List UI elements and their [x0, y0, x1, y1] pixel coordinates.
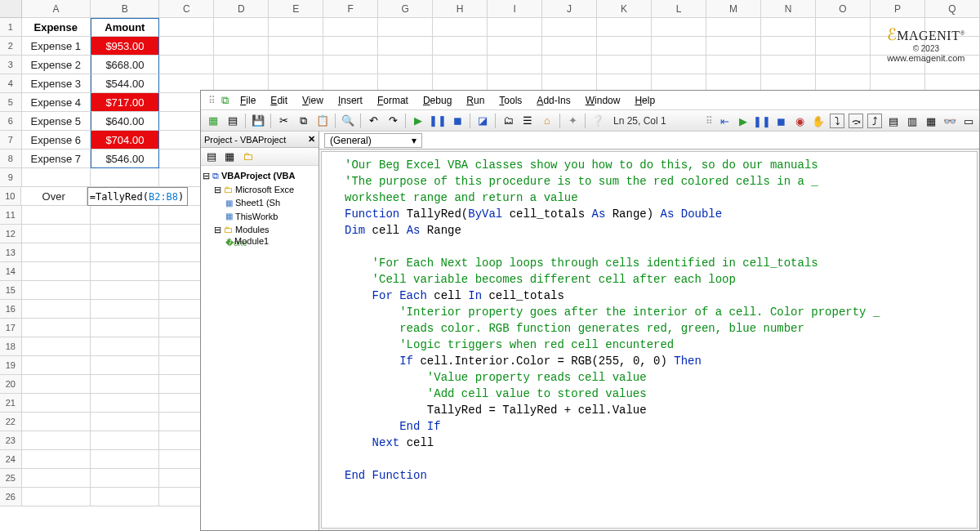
cell-E2[interactable] — [269, 37, 323, 56]
cell-J2[interactable] — [542, 37, 597, 56]
cell-I3[interactable] — [488, 56, 542, 74]
cell-B12[interactable] — [91, 225, 159, 243]
row-header-22[interactable]: 22 — [0, 413, 22, 431]
project-explorer-icon[interactable]: 🗂 — [501, 114, 515, 128]
cell-G1[interactable] — [378, 18, 433, 37]
cell-F2[interactable] — [323, 37, 378, 56]
menu-edit[interactable]: Edit — [264, 93, 294, 108]
cell-A7[interactable]: Expense 6 — [22, 131, 91, 149]
cell-H2[interactable] — [433, 37, 488, 56]
cell-O3[interactable] — [816, 56, 871, 74]
object-browser-icon[interactable]: ⌂ — [540, 114, 555, 128]
column-header-N[interactable]: N — [761, 0, 816, 18]
indent-icon[interactable]: ⇤ — [717, 114, 732, 128]
toolbox-icon[interactable]: ✦ — [565, 114, 580, 128]
row-header-26[interactable]: 26 — [0, 488, 22, 506]
locals-icon[interactable]: ▤ — [886, 114, 901, 128]
cell-B6[interactable]: $640.00 — [91, 112, 159, 131]
module1-node[interactable]: Module1 — [234, 234, 269, 248]
find-icon[interactable]: 🔍 — [341, 114, 355, 128]
cell-K3[interactable] — [597, 56, 652, 74]
cell-A23[interactable] — [22, 431, 91, 450]
cell-C2[interactable] — [159, 37, 214, 56]
column-header-D[interactable]: D — [214, 0, 269, 18]
menu-insert[interactable]: Insert — [332, 93, 369, 108]
cell-A9[interactable] — [22, 168, 91, 187]
cell-A15[interactable] — [22, 281, 91, 300]
cell-A22[interactable] — [22, 413, 91, 431]
cell-B13[interactable] — [91, 243, 159, 262]
cell-A25[interactable] — [22, 469, 91, 488]
row-header-1[interactable]: 1 — [0, 18, 22, 37]
cell-N3[interactable] — [761, 56, 816, 74]
row-header-14[interactable]: 14 — [0, 262, 22, 281]
cell-D1[interactable] — [214, 18, 269, 37]
cell-A16[interactable] — [22, 300, 91, 319]
row-header-19[interactable]: 19 — [0, 356, 22, 375]
cell-I2[interactable] — [488, 37, 542, 56]
menu-format[interactable]: Format — [371, 93, 415, 108]
menu-window[interactable]: Window — [579, 93, 627, 108]
cell-A21[interactable] — [22, 394, 91, 413]
row-header-2[interactable]: 2 — [0, 37, 22, 56]
cell-B11[interactable] — [91, 206, 159, 225]
cell-A26[interactable] — [22, 488, 91, 506]
cell-O1[interactable] — [816, 18, 871, 37]
cell-B5[interactable]: $717.00 — [91, 93, 159, 112]
view-excel-icon[interactable]: ▦ — [206, 114, 220, 128]
cell-B17[interactable] — [91, 319, 159, 337]
row-header-4[interactable]: 4 — [0, 74, 22, 93]
cell-A3[interactable]: Expense 2 — [22, 56, 91, 74]
paste-icon[interactable]: 📋 — [315, 114, 330, 128]
row-header-25[interactable]: 25 — [0, 469, 22, 488]
cell-B3[interactable]: $668.00 — [91, 56, 159, 74]
cell-A8[interactable]: Expense 7 — [22, 149, 91, 168]
row-header-8[interactable]: 8 — [0, 149, 22, 168]
cell-L2[interactable] — [652, 37, 706, 56]
menu-help[interactable]: Help — [628, 93, 662, 108]
row-header-17[interactable]: 17 — [0, 319, 22, 337]
menu-view[interactable]: View — [296, 93, 330, 108]
cell-B23[interactable] — [91, 431, 159, 450]
cell-K1[interactable] — [597, 18, 652, 37]
cell-A1[interactable]: Expense — [22, 18, 91, 37]
column-header-C[interactable]: C — [159, 0, 214, 18]
step-out-icon[interactable]: ⤴ — [867, 114, 882, 128]
call-stack-icon[interactable]: ▭ — [961, 114, 976, 128]
column-header-G[interactable]: G — [378, 0, 433, 18]
cell-F3[interactable] — [323, 56, 378, 74]
toggle-breakpoint-icon[interactable]: ◉ — [792, 114, 807, 128]
menu-add-ins[interactable]: Add-Ins — [530, 93, 577, 108]
quick-watch-icon[interactable]: 👓 — [942, 114, 957, 128]
cell-L1[interactable] — [652, 18, 706, 37]
cell-B22[interactable] — [91, 413, 159, 431]
row-header-3[interactable]: 3 — [0, 56, 22, 74]
cell-B21[interactable] — [91, 394, 159, 413]
cell-B1[interactable]: Amount — [91, 18, 159, 37]
break-icon[interactable]: ❚❚ — [430, 114, 445, 128]
cell-D2[interactable] — [214, 37, 269, 56]
menu-run[interactable]: Run — [460, 93, 491, 108]
hand-icon[interactable]: ✋ — [811, 114, 826, 128]
row-header-18[interactable]: 18 — [0, 337, 22, 356]
row-header-23[interactable]: 23 — [0, 431, 22, 450]
cell-B24[interactable] — [91, 450, 159, 469]
toggle-folders-icon[interactable]: 🗀 — [240, 149, 255, 164]
column-header-P[interactable]: P — [871, 0, 925, 18]
row-header-11[interactable]: 11 — [0, 206, 22, 225]
cell-G3[interactable] — [378, 56, 433, 74]
cell-A12[interactable] — [22, 225, 91, 243]
cell-E3[interactable] — [269, 56, 323, 74]
cell-A10[interactable]: Over — [21, 187, 87, 206]
project-tree[interactable]: ⊟⧉VBAProject (VBA ⊟🗀Microsoft Exce ▦Shee… — [201, 166, 318, 251]
column-header-H[interactable]: H — [433, 0, 488, 18]
cell-B7[interactable]: $704.00 — [91, 131, 159, 149]
row-header-21[interactable]: 21 — [0, 394, 22, 413]
cell-C3[interactable] — [159, 56, 214, 74]
cell-M2[interactable] — [706, 37, 761, 56]
run-icon-2[interactable]: ▶ — [736, 114, 751, 128]
cell-B9[interactable] — [91, 168, 159, 187]
cell-B14[interactable] — [91, 262, 159, 281]
cell-L3[interactable] — [652, 56, 706, 74]
column-header-Q[interactable]: Q — [925, 0, 980, 18]
